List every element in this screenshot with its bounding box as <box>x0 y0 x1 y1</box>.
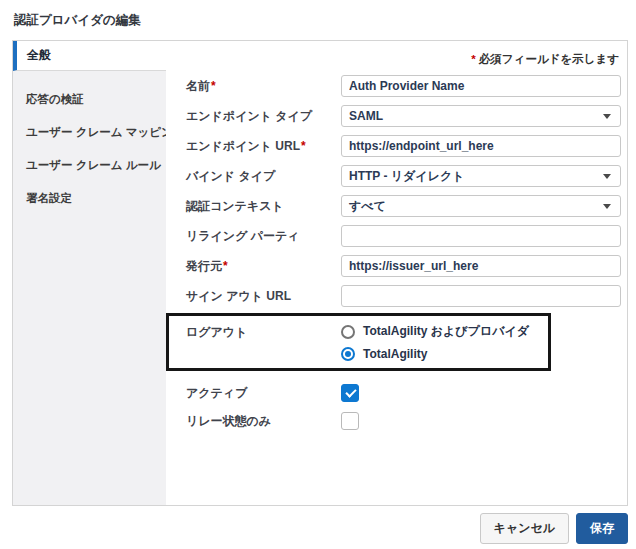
bind-type-value: HTTP - リダイレクト <box>349 168 464 185</box>
required-fields-note: * 必須フィールドを示します <box>166 47 621 71</box>
endpoint-url-label: エンドポイント URL* <box>186 138 341 155</box>
required-asterisk: * <box>301 139 306 153</box>
issuer-input[interactable] <box>341 255 621 277</box>
footer-buttons: キャンセル 保存 <box>480 513 628 544</box>
edit-auth-provider-panel: 全般 応答の検証 ユーザー クレーム マッピン ユーザー クレーム ルール 署名… <box>12 40 628 506</box>
chevron-down-icon <box>603 114 611 119</box>
form-row-bind-type: バインド タイプ HTTP - リダイレクト <box>186 161 621 191</box>
signout-url-label: サイン アウト URL <box>186 288 341 305</box>
logout-label: ログアウト <box>186 321 341 361</box>
form-row-endpoint-type: エンドポイント タイプ SAML <box>186 101 621 131</box>
endpoint-type-label: エンドポイント タイプ <box>186 108 341 125</box>
auth-context-select[interactable]: すべて <box>341 195 621 217</box>
endpoint-type-value: SAML <box>349 109 383 123</box>
bind-type-label: バインド タイプ <box>186 168 341 185</box>
radio-unselected-icon[interactable] <box>341 325 355 339</box>
auth-context-label: 認証コンテキスト <box>186 198 341 215</box>
radio-option-label: TotalAgility <box>363 347 427 361</box>
bind-type-select[interactable]: HTTP - リダイレクト <box>341 165 621 187</box>
active-label: アクティブ <box>186 385 341 402</box>
required-asterisk: * <box>471 53 475 65</box>
logout-option-totalagility[interactable]: TotalAgility <box>341 347 529 361</box>
form-row-signout-url: サイン アウト URL <box>186 281 621 311</box>
required-asterisk: * <box>223 259 228 273</box>
required-note-text: 必須フィールドを示します <box>479 52 619 67</box>
relay-state-only-label: リレー状態のみ <box>186 413 341 430</box>
required-asterisk: * <box>211 79 216 93</box>
relying-party-input[interactable] <box>341 225 621 247</box>
sidebar-item-user-claim-mapping[interactable]: ユーザー クレーム マッピン <box>13 116 166 149</box>
signout-url-input[interactable] <box>341 285 621 307</box>
auth-context-value: すべて <box>349 198 386 215</box>
name-label: 名前* <box>186 78 341 95</box>
endpoint-url-input[interactable] <box>341 135 621 157</box>
sidebar-item-response-validation[interactable]: 応答の検証 <box>13 83 166 116</box>
form-row-relying-party: リライング パーティ <box>186 221 621 251</box>
page-title: 認証プロバイダの編集 <box>14 12 141 29</box>
logout-option-totalagility-and-provider[interactable]: TotalAgility およびプロバイダ <box>341 323 529 340</box>
name-input[interactable] <box>341 75 621 97</box>
issuer-label: 発行元* <box>186 258 341 275</box>
form-content: * 必須フィールドを示します 名前* エンドポイント タイプ SAML エンドポ… <box>166 41 627 505</box>
endpoint-type-select[interactable]: SAML <box>341 105 621 127</box>
radio-selected-icon[interactable] <box>341 347 355 361</box>
logout-highlight-box: ログアウト TotalAgility およびプロバイダ TotalAgility <box>166 313 551 371</box>
form-row-auth-context: 認証コンテキスト すべて <box>186 191 621 221</box>
sidebar: 応答の検証 ユーザー クレーム マッピン ユーザー クレーム ルール 署名設定 <box>13 71 166 505</box>
save-button[interactable]: 保存 <box>576 513 628 544</box>
form-row-name: 名前* <box>186 71 621 101</box>
sidebar-item-signing-settings[interactable]: 署名設定 <box>13 182 166 215</box>
sidebar-item-user-claim-rules[interactable]: ユーザー クレーム ルール <box>13 149 166 182</box>
cancel-button[interactable]: キャンセル <box>480 513 569 544</box>
relay-state-only-checkbox[interactable] <box>341 412 359 430</box>
radio-option-label: TotalAgility およびプロバイダ <box>363 323 529 340</box>
active-row: アクティブ <box>186 379 621 407</box>
relay-state-only-row: リレー状態のみ <box>186 407 621 435</box>
form-row-issuer: 発行元* <box>186 251 621 281</box>
chevron-down-icon <box>603 204 611 209</box>
relying-party-label: リライング パーティ <box>186 228 341 245</box>
tab-general[interactable]: 全般 <box>13 41 166 71</box>
form-row-endpoint-url: エンドポイント URL* <box>186 131 621 161</box>
chevron-down-icon <box>603 174 611 179</box>
active-checkbox-checked-icon[interactable] <box>341 384 359 402</box>
left-tab-column: 全般 応答の検証 ユーザー クレーム マッピン ユーザー クレーム ルール 署名… <box>13 41 166 505</box>
